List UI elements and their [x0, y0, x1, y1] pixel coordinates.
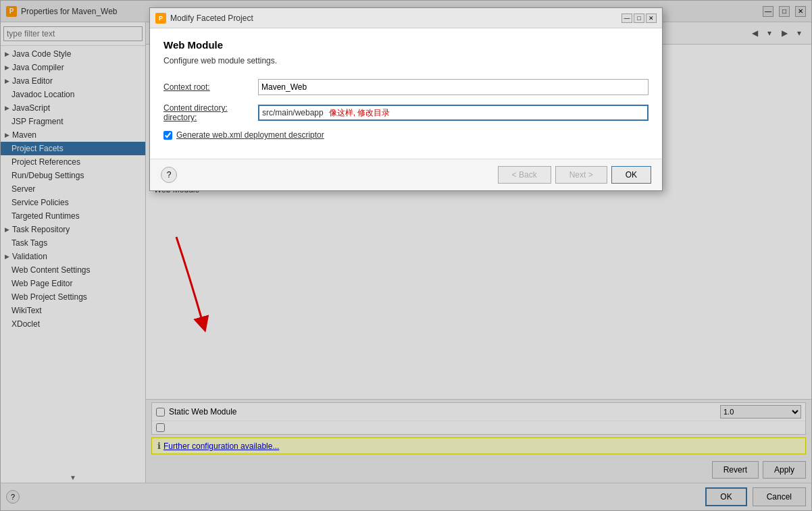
content-dir-annotation: 像这样, 修改目录 — [329, 107, 390, 119]
generate-xml-checkbox[interactable] — [163, 131, 172, 140]
context-root-input[interactable] — [258, 79, 649, 95]
modal-ok-button[interactable]: OK — [611, 166, 651, 184]
content-dir-label: Content directory: directory: — [163, 103, 258, 122]
modal-minimize-button[interactable]: — — [621, 14, 632, 23]
modal-close-button[interactable]: ✕ — [646, 14, 657, 23]
modal-help-button[interactable]: ? — [161, 167, 177, 183]
modal-icon: P — [155, 13, 166, 24]
next-button[interactable]: Next > — [555, 166, 607, 184]
arrow-annotation — [122, 223, 257, 345]
main-window: P Properties for Maven_Web — □ ✕ ▶ Java … — [0, 0, 812, 511]
back-button[interactable]: < Back — [498, 166, 551, 184]
modal-description: Configure web module settings. — [163, 56, 649, 65]
generate-xml-label: Generate web.xml deployment descriptor — [176, 130, 324, 140]
modal-body: Web Module Configure web module settings… — [150, 28, 662, 159]
content-dir-input-wrapper[interactable]: src/main/webapp 像这样, 修改目录 — [258, 105, 649, 121]
modal-titlebar: P Modify Faceted Project — □ ✕ — [150, 8, 662, 28]
modal-maximize-button[interactable]: □ — [634, 14, 644, 23]
modal-dialog: P Modify Faceted Project — □ ✕ Web Modul… — [149, 7, 663, 191]
modal-footer: ? < Back Next > OK — [150, 159, 662, 190]
generate-xml-row: Generate web.xml deployment descriptor — [163, 130, 649, 140]
content-dir-value: src/main/webapp — [262, 108, 324, 117]
content-dir-row: Content directory: directory: src/main/w… — [163, 103, 649, 122]
context-root-label: Context root: — [163, 82, 258, 92]
modal-overlay: P Modify Faceted Project — □ ✕ Web Modul… — [1, 1, 811, 510]
modal-window-buttons: — □ ✕ — [621, 14, 657, 23]
modal-heading: Web Module — [163, 39, 649, 51]
context-root-row: Context root: — [163, 79, 649, 95]
modal-title: Modify Faceted Project — [170, 14, 617, 23]
